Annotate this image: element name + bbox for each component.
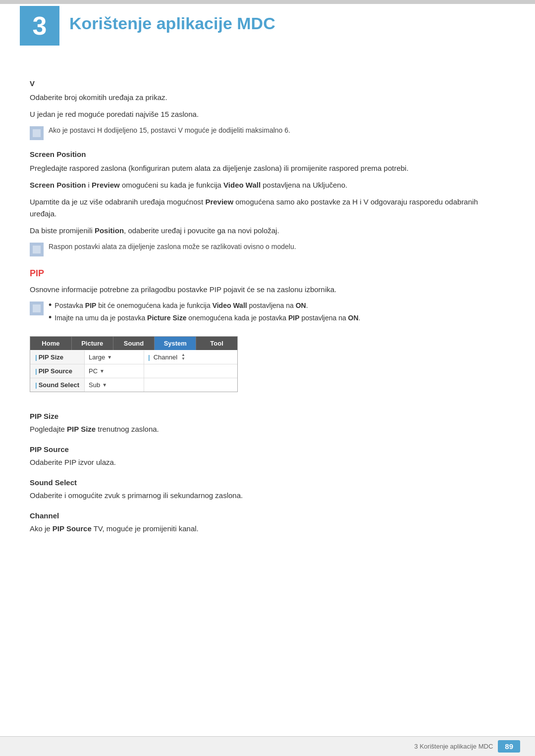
- pip-source-text: Odaberite PIP izvor ulaza.: [30, 456, 505, 468]
- bullet-dot-1: •: [49, 301, 52, 309]
- v-text2: U jedan je red moguće poredati najviše 1…: [30, 108, 505, 120]
- vw-bold-1: Video Wall: [213, 302, 247, 309]
- footer: 3 Korištenje aplikacije MDC 89: [0, 736, 535, 756]
- row3-dropdown-arrow: ▼: [102, 382, 107, 388]
- row1-right-pipe: |: [148, 353, 150, 361]
- row3-pipe: |: [35, 381, 37, 389]
- table-header-system[interactable]: System: [155, 337, 196, 350]
- row1-right[interactable]: | Channel ▲ ▼: [144, 350, 237, 364]
- main-content: V Odaberite broj okomitih uređaja za pri…: [0, 59, 535, 579]
- row3-right: [144, 382, 237, 388]
- section-pip: PIP Osnovne informacije potrebne za pril…: [30, 268, 505, 535]
- row1-value[interactable]: Large ▼: [85, 351, 144, 364]
- v-label: V: [30, 79, 505, 88]
- chapter-number: 3: [33, 13, 47, 39]
- sp-note2-text: Raspon postavki alata za dijeljenje zasl…: [49, 242, 296, 252]
- pip-bullet1-text: Postavka PIP bit će onemogućena kada je …: [54, 301, 308, 311]
- table-row-sound-select: |Sound Select Sub ▼: [30, 378, 237, 392]
- spin-down-1[interactable]: ▼: [181, 357, 185, 361]
- v-note1-text: Ako je postavci H dodijeljeno 15, postav…: [49, 125, 290, 136]
- row2-dropdown-arrow: ▼: [100, 368, 105, 374]
- sp-screen-position-bold: Screen Position: [30, 181, 86, 189]
- table-header-row: Home Picture Sound System Tool: [30, 337, 237, 350]
- sp-text4: Da biste promijenili Position, odaberite…: [30, 225, 505, 237]
- footer-text: 3 Korištenje aplikacije MDC: [414, 743, 493, 750]
- table-header-tool[interactable]: Tool: [196, 337, 237, 350]
- pip-size-text: Pogledajte PIP Size trenutnog zaslona.: [30, 423, 505, 435]
- pip-bullets: • Postavka PIP bit će onemogućena kada j…: [49, 301, 361, 323]
- table-row-pip-size: |PIP Size Large ▼ | Channel ▲ ▼: [30, 350, 237, 364]
- chapter-title: Korištenje aplikacije MDC: [69, 14, 275, 33]
- sp-text2: Screen Position i Preview omogućeni su k…: [30, 179, 505, 191]
- pip-bold-2: PIP: [288, 314, 300, 322]
- channel-text: Ako je PIP Source TV, moguće je promijen…: [30, 523, 505, 535]
- table-header-sound[interactable]: Sound: [113, 337, 155, 350]
- note-icon-1: [30, 126, 44, 140]
- row2-label: |PIP Source: [30, 364, 85, 378]
- pip-notes: • Postavka PIP bit će onemogućena kada j…: [30, 301, 505, 323]
- sp-position-bold: Position: [95, 226, 124, 235]
- pip-size-bold: PIP Size: [67, 425, 96, 433]
- v-note1: Ako je postavci H dodijeljeno 15, postav…: [30, 125, 505, 140]
- pip-bullet1: • Postavka PIP bit će onemogućena kada j…: [49, 301, 361, 311]
- sp-note2: Raspon postavki alata za dijeljenje zasl…: [30, 242, 505, 256]
- pip-intro: Osnovne informacije potrebne za prilagod…: [30, 284, 505, 296]
- row1-label: |PIP Size: [30, 351, 85, 364]
- screen-position-heading: Screen Position: [30, 150, 505, 158]
- note-icon-3: [30, 302, 44, 315]
- pip-source-heading: PIP Source: [30, 445, 505, 454]
- row1-pipe: |: [35, 353, 37, 361]
- ps-bold-1: Picture Size: [147, 314, 186, 322]
- row1-spinner[interactable]: ▲ ▼: [181, 353, 185, 361]
- row3-value[interactable]: Sub ▼: [85, 378, 144, 392]
- on-bold-1: ON: [296, 302, 306, 309]
- row1-dropdown-arrow: ▼: [107, 354, 112, 360]
- sp-text3: Upamtite da je uz više odabranih uređaja…: [30, 196, 505, 220]
- pip-size-heading: PIP Size: [30, 412, 505, 420]
- section-screen-position: Screen Position Pregledajte raspored zas…: [30, 150, 505, 256]
- sound-select-heading: Sound Select: [30, 478, 505, 487]
- pip-table: Home Picture Sound System Tool |PIP Size…: [30, 336, 238, 392]
- chapter-block: 3: [20, 6, 59, 46]
- pip-bullet2: • Imajte na umu da je postavka Picture S…: [49, 313, 361, 323]
- sp-preview2-bold: Preview: [205, 198, 233, 206]
- table-header-picture[interactable]: Picture: [72, 337, 113, 350]
- note-icon-2: [30, 243, 44, 256]
- row2-value[interactable]: PC ▼: [85, 364, 144, 378]
- on-bold-2: ON: [348, 314, 359, 322]
- sound-select-text: Odaberite i omogućite zvuk s primarnog i…: [30, 490, 505, 502]
- channel-heading: Channel: [30, 511, 505, 520]
- table-header-home[interactable]: Home: [30, 337, 72, 350]
- table-row-pip-source: |PIP Source PC ▼: [30, 364, 237, 378]
- pip-bold-1: PIP: [85, 302, 97, 309]
- row3-label: |Sound Select: [30, 378, 85, 392]
- sp-preview-bold: Preview: [92, 181, 120, 189]
- sp-text1: Pregledajte raspored zaslona (konfigurir…: [30, 162, 505, 174]
- table-body: |PIP Size Large ▼ | Channel ▲ ▼: [30, 350, 237, 392]
- v-text1: Odaberite broj okomitih uređaja za prika…: [30, 92, 505, 103]
- footer-page: 89: [498, 740, 520, 753]
- row2-pipe: |: [35, 367, 37, 375]
- bullet-dot-2: •: [49, 313, 52, 322]
- row2-right: [144, 368, 237, 374]
- pip-heading: PIP: [30, 268, 505, 279]
- pip-source-bold: PIP Source: [53, 524, 92, 533]
- sp-vw-bold: Video Wall: [223, 181, 261, 189]
- header-stripe: [0, 0, 535, 4]
- section-v: V Odaberite broj okomitih uređaja za pri…: [30, 79, 505, 140]
- pip-bullet2-text: Imajte na umu da je postavka Picture Siz…: [54, 313, 360, 323]
